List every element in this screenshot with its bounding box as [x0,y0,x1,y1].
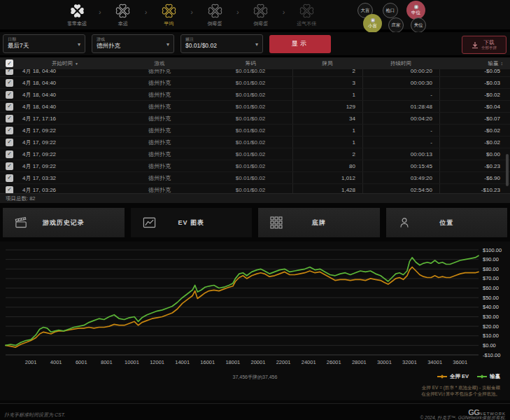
cell-date: 4月 18, 04:40 [20,79,111,87]
row-checkbox[interactable]: ✓ [6,69,13,75]
legend-marker [477,376,487,377]
copyright-text: © 2024, 扑克手™. GGNetwork保留所有权. [420,415,506,420]
cell-hands: 34 [292,113,362,124]
row-checkbox[interactable]: ✓ [6,79,13,87]
tab-position[interactable]: 位置 [386,208,508,237]
cell-duration: - [362,136,439,148]
sort-desc-icon: ▼ [75,62,78,66]
cell-duration: - [362,89,439,100]
row-checkbox-glyph: ✓ [7,104,12,109]
tab-hole-cards[interactable]: 底牌 [258,208,380,237]
table-row[interactable]: ✓ 4月 18, 04:40 德州扑克 $0.01/$0.02 129 01:2… [0,101,510,113]
cell-stakes: $0.01/$0.02 [208,127,292,134]
cell-duration: 03:49:20 [362,172,439,183]
table-row[interactable]: ✓ 4月 18, 04:40 德州扑克 $0.01/$0.02 2 00:00:… [0,69,510,77]
timezone-note: 扑克手标准时间设置为 CST. [4,412,65,419]
cell-game: 德州扑克 [111,162,208,170]
select-all-checkbox[interactable]: ✓ [6,59,13,67]
header-hands[interactable]: 牌局 [292,57,362,69]
table-row[interactable]: ✓ 4月 18, 04:40 德州扑克 $0.01/$0.02 1 - -$0.… [0,89,510,101]
show-button[interactable]: 显示 [269,35,331,53]
luck-step-lucky: 幸运 [108,3,139,27]
position-utg[interactable]: 枪口 [383,3,398,18]
row-checkbox[interactable]: ✓ [6,186,13,194]
svg-text:18001: 18001 [225,359,240,365]
legend-marker [437,376,447,377]
position-label: 小盲 [368,23,377,29]
clover-icon [253,3,269,19]
table-row[interactable]: ✓ 4月 17, 09:22 德州扑克 $0.01/$0.02 1 - -$0.… [0,136,510,148]
table-row[interactable]: ✓ 4月 17, 03:26 德州扑克 $0.01/$0.02 1,428 02… [0,184,510,193]
cell-game: 德州扑克 [111,127,208,134]
cell-win: -$0.04 [439,101,510,112]
date-filter-value: 最后7天 [8,42,80,50]
cell-date: 4月 17, 03:26 [20,186,111,194]
row-checkbox[interactable]: ✓ [6,162,13,170]
stakes-filter-label: 赌注 [185,37,258,42]
table-row[interactable]: ✓ 4月 17, 03:32 德州扑克 $0.01/$0.02 1,012 03… [0,172,510,184]
table-row[interactable]: ✓ 4月 18, 04:40 德州扑克 $0.01/$0.02 3 00:00:… [0,77,510,89]
row-checkbox-glyph: ✓ [7,127,12,133]
chevron-right-icon: › [190,8,193,16]
cell-hands: 1 [292,89,362,100]
legend-allin-ev: 全押 EV [437,373,469,380]
luck-step-label: 运气不佳 [297,20,316,27]
cell-stakes: $0.01/$0.02 [208,151,292,158]
line-chart-icon [142,216,157,229]
row-checkbox-glyph: ✓ [7,92,12,97]
luck-step-label: 平均 [164,20,173,27]
cell-win: -$0.03 [439,77,510,88]
cell-date: 4月 17, 09:22 [20,127,111,134]
luck-step-unlucky: 倒霉蛋 [199,3,230,27]
row-checkbox[interactable]: ✓ [6,103,13,111]
row-checkbox[interactable]: ✓ [6,150,13,158]
position-cutoff[interactable]: 关位 [411,18,426,33]
row-checkbox[interactable]: ✓ [6,139,13,146]
luck-scale: 非常幸运 › 幸运 › 平均 › 倒霉蛋 › 倒霉蛋 › [62,3,322,27]
clover-icon [207,3,223,19]
row-checkbox[interactable]: ✓ [6,115,13,122]
row-checkbox[interactable]: ✓ [6,127,13,134]
chevron-right-icon: › [99,8,101,16]
tab-game-history[interactable]: 游戏历史记录 [3,208,125,237]
svg-text:32001: 32001 [402,359,417,365]
date-filter-dropdown[interactable]: 日期 最后7天 ▾ [3,34,85,53]
cell-stakes: $0.01/$0.02 [208,104,292,110]
position-middle-selected[interactable]: 中位 [406,1,425,20]
cell-stakes: $0.01/$0.02 [208,115,292,122]
row-checkbox-glyph: ✓ [7,151,12,157]
cell-hands: 2 [292,69,362,76]
svg-text:$20.00: $20.00 [483,323,499,330]
row-checkbox-glyph: ✓ [7,163,12,169]
header-start-time[interactable]: 开始时间▼ [20,60,111,67]
position-label: 关位 [414,22,423,29]
header-duration[interactable]: 持续时间 [362,57,439,69]
table-row[interactable]: ✓ 4月 17, 17:16 德州扑克 $0.01/$0.02 34 00:04… [0,113,510,125]
download-all-hands-button[interactable]: 下载 全部手牌 [462,36,507,54]
game-filter-label: 游戏 [97,37,169,42]
position-small-blind-selected[interactable]: 小盲 [363,14,382,33]
header-stakes[interactable]: 筹码 [208,60,292,67]
svg-text:34001: 34001 [427,359,442,365]
stakes-filter-dropdown[interactable]: 赌注 $0.01/$0.02 ▾ [180,34,263,53]
row-checkbox-glyph: ✓ [7,175,12,181]
table-row[interactable]: ✓ 4月 17, 09:22 德州扑克 $0.01/$0.02 1 - -$0.… [0,125,510,136]
cell-date: 4月 18, 04:40 [20,91,111,99]
svg-text:36001: 36001 [453,359,467,365]
table-scrollbar-thumb[interactable] [506,154,509,186]
total-items-label: 项目总数: 82 [6,195,36,202]
row-checkbox[interactable]: ✓ [6,91,13,99]
header-winnings[interactable]: 输赢↕ [439,57,510,69]
table-row[interactable]: ✓ 4月 17, 09:22 德州扑克 $0.01/$0.02 80 00:15… [0,160,510,172]
table-row[interactable]: ✓ 4月 17, 09:22 德州扑克 $0.01/$0.02 2 00:00:… [0,148,510,160]
cell-win: -$0.23 [439,160,510,172]
position-button[interactable]: 庄家 [388,18,404,33]
tab-ev-chart[interactable]: EV 图表 [131,208,253,237]
cell-duration: 01:28:48 [362,101,439,112]
game-filter-dropdown[interactable]: 游戏 德州扑克 ▾ [92,34,174,53]
row-checkbox[interactable]: ✓ [6,174,13,182]
header-game[interactable]: 游戏 [111,60,208,67]
check-icon: ✓ [7,61,12,66]
cell-stakes: $0.01/$0.02 [208,163,292,169]
cell-date: 4月 17, 09:22 [20,162,111,170]
